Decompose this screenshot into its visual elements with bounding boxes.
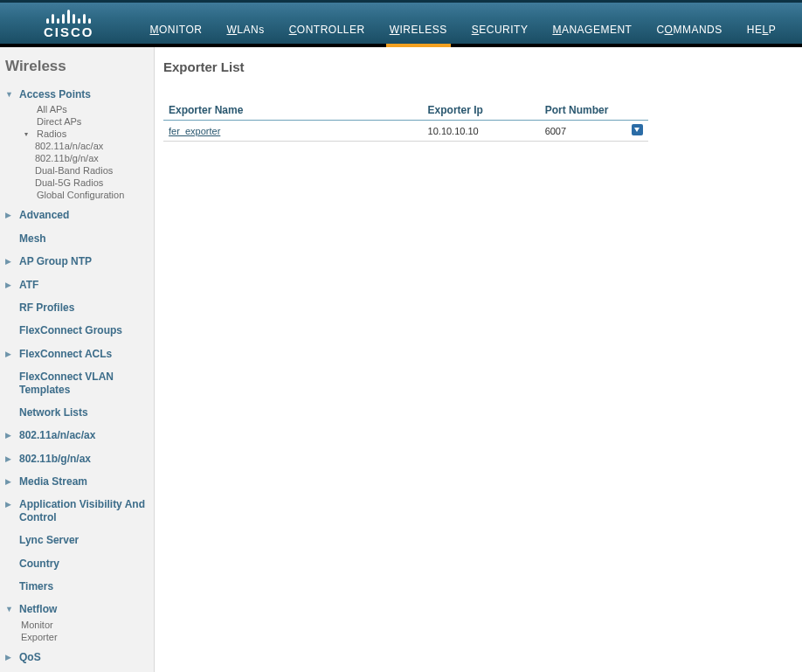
nav-help[interactable]: HELP	[743, 18, 779, 44]
sidebar-item-global-config[interactable]: ▶Global Configuration	[24, 189, 149, 201]
col-exporter-name: Exporter Name	[163, 100, 423, 121]
nav-controller[interactable]: CONTROLLER	[286, 18, 369, 44]
nav-items: MONITOR WLANs CONTROLLER WIRELESS SECURI…	[147, 18, 780, 44]
sidebar-item-radios-dualband[interactable]: Dual-Band Radios	[35, 164, 149, 177]
exporter-table: Exporter Name Exporter Ip Port Number fe…	[163, 100, 648, 142]
nav-management[interactable]: MANAGEMENT	[549, 18, 635, 44]
page-title: Exporter List	[163, 59, 793, 74]
sidebar-item-atf[interactable]: ▶ATF	[5, 276, 149, 294]
top-nav: CISCO MONITOR WLANs CONTROLLER WIRELESS …	[0, 0, 802, 47]
sidebar-item-radios-80211a[interactable]: 802.11a/n/ac/ax	[35, 140, 149, 152]
sidebar-item-direct-aps[interactable]: ▶Direct APs	[24, 115, 149, 128]
chevron-right-icon: ▶	[5, 653, 14, 662]
sidebar-item-avc[interactable]: ▶Application Visibility And Control	[5, 495, 149, 526]
chevron-right-icon: ▶	[5, 211, 14, 220]
nav-commands[interactable]: COMMANDS	[653, 18, 725, 44]
sidebar-item-netflow[interactable]: ▼Netflow	[5, 600, 149, 618]
sidebar-item-mesh[interactable]: ▶Mesh	[5, 230, 149, 247]
sidebar-item-all-aps[interactable]: ▶All APs	[24, 103, 149, 115]
nav-wireless[interactable]: WIRELESS	[386, 18, 451, 44]
sidebar-item-radios-dual5g[interactable]: Dual-5G Radios	[35, 177, 149, 189]
sidebar-item-flexconnect-vlan-templates[interactable]: ▶FlexConnect VLAN Templates	[5, 368, 149, 398]
chevron-right-icon: ▶	[5, 500, 14, 509]
col-port-number: Port Number	[540, 100, 626, 121]
nav-wlans[interactable]: WLANs	[223, 18, 267, 44]
cisco-bars-icon	[46, 8, 91, 24]
chevron-right-icon: ▶	[5, 281, 14, 290]
nav-security[interactable]: SECURITY	[468, 18, 532, 44]
sidebar: Wireless ▼ Access Points ▶All APs ▶Direc…	[0, 47, 155, 672]
sidebar-item-network-lists[interactable]: ▶Network Lists	[5, 404, 149, 421]
col-exporter-ip: Exporter Ip	[423, 100, 540, 121]
sidebar-item-media-stream[interactable]: ▶Media Stream	[5, 473, 149, 490]
exporter-ip-cell: 10.10.10.10	[423, 121, 540, 142]
sidebar-item-80211a[interactable]: ▶802.11a/n/ac/ax	[5, 426, 149, 444]
chevron-down-icon: ▼	[5, 90, 14, 100]
table-row: fer_exporter 10.10.10.10 6007	[163, 121, 648, 142]
sidebar-item-netflow-exporter[interactable]: Exporter	[21, 631, 149, 643]
sidebar-item-80211b[interactable]: ▶802.11b/g/n/ax	[5, 450, 149, 468]
sidebar-item-ap-group-ntp[interactable]: ▶AP Group NTP	[5, 253, 149, 270]
nav-monitor[interactable]: MONITOR	[147, 18, 206, 44]
sidebar-item-lync-server[interactable]: ▶Lync Server	[5, 531, 149, 549]
sidebar-item-rf-profiles[interactable]: ▶RF Profiles	[5, 299, 149, 316]
chevron-down-icon: ▼	[5, 605, 14, 614]
chevron-right-icon: ▶	[5, 350, 14, 359]
sidebar-item-netflow-monitor[interactable]: Monitor	[21, 619, 149, 631]
content-area: Exporter List Exporter Name Exporter Ip …	[155, 47, 802, 672]
chevron-down-small-icon: ▾	[24, 130, 33, 138]
brand-logo: CISCO	[44, 8, 94, 44]
sidebar-item-access-points[interactable]: ▼ Access Points	[5, 86, 149, 103]
brand-text: CISCO	[44, 25, 94, 38]
sidebar-item-country[interactable]: ▶Country	[5, 555, 149, 572]
chevron-right-icon: ▶	[5, 454, 14, 464]
sidebar-title: Wireless	[5, 58, 149, 75]
sidebar-item-advanced[interactable]: ▶Advanced	[5, 206, 149, 224]
sidebar-item-radios-80211b[interactable]: 802.11b/g/n/ax	[35, 152, 149, 164]
chevron-right-icon: ▶	[5, 477, 14, 487]
row-actions-dropdown-icon[interactable]	[632, 124, 643, 135]
sidebar-item-flexconnect-acls[interactable]: ▶FlexConnect ACLs	[5, 345, 149, 363]
exporter-port-cell: 6007	[540, 121, 626, 142]
sidebar-item-radios[interactable]: ▾Radios	[24, 128, 149, 140]
exporter-link[interactable]: fer_exporter	[169, 126, 220, 136]
sidebar-item-qos[interactable]: ▶QoS	[5, 648, 149, 666]
chevron-right-icon: ▶	[5, 257, 14, 267]
chevron-right-icon: ▶	[5, 431, 14, 440]
sidebar-item-timers[interactable]: ▶Timers	[5, 578, 149, 595]
sidebar-item-flexconnect-groups[interactable]: ▶FlexConnect Groups	[5, 322, 149, 339]
